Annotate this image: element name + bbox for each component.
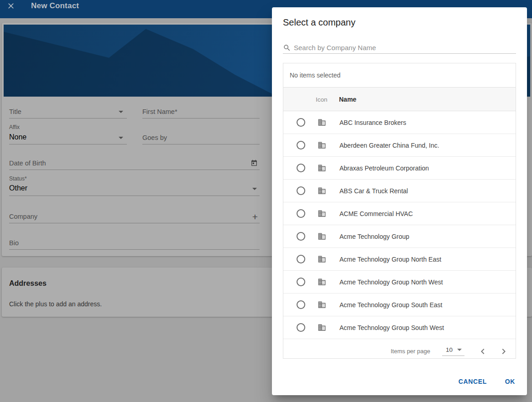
status-select[interactable]: Status* Other bbox=[9, 174, 260, 196]
radio-button[interactable] bbox=[297, 209, 305, 218]
calendar-icon[interactable] bbox=[250, 160, 258, 167]
building-icon bbox=[318, 323, 326, 332]
table-header: Icon Name bbox=[283, 88, 516, 111]
chevron-down-icon bbox=[119, 111, 123, 113]
company-name: Abraxas Petroleum Corporation bbox=[339, 165, 429, 172]
company-label: Company bbox=[9, 213, 37, 220]
items-per-page-label: Items per page bbox=[391, 348, 430, 355]
building-icon bbox=[318, 278, 326, 286]
company-name: Aberdeen Greater China Fund, Inc. bbox=[339, 142, 439, 149]
radio-button[interactable] bbox=[297, 323, 305, 332]
add-company-icon[interactable]: + bbox=[252, 214, 258, 220]
status-label: Status* bbox=[9, 175, 27, 182]
building-icon bbox=[318, 164, 326, 172]
bio-label: Bio bbox=[9, 239, 19, 247]
status-value: Other bbox=[9, 184, 27, 192]
affix-value: None bbox=[9, 133, 26, 141]
dialog-actions: CANCEL OK bbox=[458, 376, 516, 387]
date-of-birth-field[interactable]: Date of Birth bbox=[9, 157, 260, 170]
company-name: Acme Technology Group North West bbox=[339, 278, 443, 286]
company-name: Acme Technology Group South East bbox=[339, 301, 442, 309]
search-icon bbox=[283, 44, 291, 52]
radio-button[interactable] bbox=[297, 300, 305, 309]
dialog-title: Select a company bbox=[283, 17, 355, 28]
cancel-button[interactable]: CANCEL bbox=[458, 376, 488, 387]
table-row[interactable]: Abraxas Petroleum Corporation bbox=[283, 157, 516, 180]
next-page-icon[interactable] bbox=[498, 346, 509, 357]
paginator: Items per page 10 bbox=[283, 339, 516, 363]
select-company-dialog: Select a company No items selected Icon … bbox=[272, 7, 527, 395]
affix-select[interactable]: Affix None bbox=[9, 123, 127, 144]
radio-button[interactable] bbox=[297, 141, 305, 149]
first-name-field[interactable]: First Name* bbox=[142, 106, 260, 119]
building-icon bbox=[318, 232, 326, 241]
date-of-birth-label: Date of Birth bbox=[9, 160, 46, 167]
company-search[interactable] bbox=[283, 42, 516, 54]
table-row[interactable]: ABS Car & Truck Rental bbox=[283, 180, 516, 202]
name-column-header: Name bbox=[339, 96, 356, 103]
title-label: Title bbox=[9, 108, 21, 115]
company-name: ACME Commercial HVAC bbox=[339, 210, 413, 217]
page-title: New Contact bbox=[31, 1, 79, 10]
addresses-title: Addresses bbox=[9, 279, 47, 288]
building-icon bbox=[318, 186, 326, 195]
company-name: Acme Technology Group South West bbox=[339, 324, 444, 331]
chevron-down-icon bbox=[119, 137, 123, 139]
page-size-value: 10 bbox=[446, 346, 453, 353]
table-row[interactable]: ACME Commercial HVAC bbox=[283, 202, 516, 225]
addresses-hint: Click the plus to add an address. bbox=[9, 300, 102, 308]
table-row[interactable]: ABC Insurance Brokers bbox=[283, 111, 516, 134]
selection-status: No items selected bbox=[283, 63, 516, 88]
table-row[interactable]: Acme Technology Group South East bbox=[283, 294, 516, 316]
building-icon bbox=[318, 141, 326, 149]
title-select[interactable]: Title bbox=[9, 106, 127, 119]
table-row[interactable]: Aberdeen Greater China Fund, Inc. bbox=[283, 134, 516, 157]
goes-by-label: Goes by bbox=[142, 134, 167, 141]
table-row[interactable]: Acme Technology Group bbox=[283, 225, 516, 248]
radio-button[interactable] bbox=[297, 255, 305, 263]
building-icon bbox=[318, 255, 326, 263]
ok-button[interactable]: OK bbox=[504, 376, 516, 387]
company-name: Acme Technology Group bbox=[339, 233, 409, 240]
table-row[interactable]: Acme Technology Group North East bbox=[283, 248, 516, 271]
building-icon bbox=[318, 118, 326, 127]
icon-column-header: Icon bbox=[316, 96, 328, 103]
search-input[interactable] bbox=[294, 44, 516, 52]
goes-by-field[interactable]: Goes by bbox=[142, 132, 260, 144]
radio-button[interactable] bbox=[297, 232, 305, 241]
table-row[interactable]: Acme Technology Group North West bbox=[283, 271, 516, 294]
radio-button[interactable] bbox=[297, 278, 305, 286]
chevron-down-icon bbox=[252, 188, 257, 190]
chevron-down-icon bbox=[457, 349, 462, 351]
company-list-container: No items selected Icon Name ABC Insuranc… bbox=[283, 63, 516, 359]
company-name: ABC Insurance Brokers bbox=[339, 119, 406, 126]
company-name: ABS Car & Truck Rental bbox=[339, 187, 408, 195]
company-field[interactable]: Company + bbox=[9, 211, 260, 223]
radio-button[interactable] bbox=[297, 186, 305, 195]
building-icon bbox=[318, 209, 326, 218]
table-row[interactable]: Acme Technology Group South West bbox=[283, 316, 516, 339]
company-table-body: ABC Insurance Brokers Aberdeen Greater C… bbox=[283, 111, 516, 339]
building-icon bbox=[318, 300, 326, 309]
radio-button[interactable] bbox=[297, 118, 305, 127]
page-size-select[interactable]: 10 bbox=[442, 346, 464, 356]
company-name: Acme Technology Group North East bbox=[339, 256, 441, 263]
previous-page-icon[interactable] bbox=[477, 346, 488, 357]
affix-label: Affix bbox=[9, 124, 20, 130]
close-icon[interactable] bbox=[6, 1, 16, 10]
first-name-label: First Name* bbox=[142, 108, 177, 115]
bio-field[interactable]: Bio bbox=[9, 237, 260, 250]
radio-button[interactable] bbox=[297, 164, 305, 172]
